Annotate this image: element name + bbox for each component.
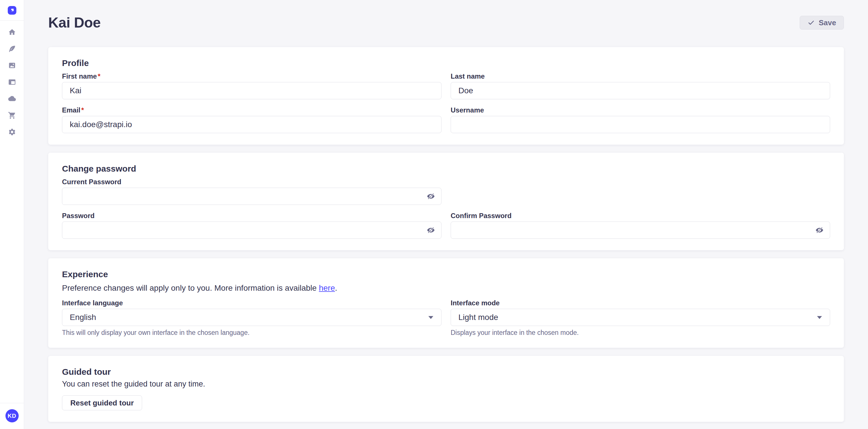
password-label: Password xyxy=(62,212,94,219)
eye-slash-icon xyxy=(427,192,435,201)
confirm-password-input[interactable] xyxy=(451,222,830,239)
first-name-input[interactable] xyxy=(62,82,441,99)
required-marker: * xyxy=(98,72,100,80)
reset-guided-tour-button[interactable]: Reset guided tour xyxy=(62,395,142,410)
eye-slash-icon xyxy=(815,226,824,234)
username-field-group: Username xyxy=(451,107,830,133)
toggle-password-visibility-button[interactable] xyxy=(815,226,824,234)
interface-mode-select[interactable]: Light mode xyxy=(451,309,830,326)
first-name-label: First name* xyxy=(62,73,100,80)
last-name-label: Last name xyxy=(451,73,485,80)
profile-card: Profile First name* Last name Email* xyxy=(48,47,844,144)
home-icon[interactable] xyxy=(8,28,16,36)
interface-language-select[interactable]: English xyxy=(62,309,441,326)
guided-tour-card: Guided tour You can reset the guided tou… xyxy=(48,356,844,422)
current-password-field-group: Current Password xyxy=(62,178,441,205)
interface-mode-value: Light mode xyxy=(458,313,498,322)
chevron-down-icon xyxy=(817,316,823,319)
interface-mode-field-group: Interface mode Light mode Displays your … xyxy=(451,300,830,336)
confirm-password-field-group: Confirm Password xyxy=(451,212,830,239)
change-password-heading: Change password xyxy=(62,164,830,174)
sidebar: KD xyxy=(0,0,24,429)
email-label: Email* xyxy=(62,107,84,113)
main-content: Kai Doe Save Profile First name* Last na… xyxy=(24,0,868,429)
username-input[interactable] xyxy=(451,116,830,133)
here-link[interactable]: here xyxy=(319,284,335,292)
last-name-field-group: Last name xyxy=(451,73,830,99)
current-password-label: Current Password xyxy=(62,178,121,186)
logo-box xyxy=(0,0,24,21)
save-button[interactable]: Save xyxy=(800,16,844,30)
interface-language-value: English xyxy=(70,313,96,322)
page-header: Kai Doe Save xyxy=(48,0,844,31)
interface-mode-hint: Displays your interface in the chosen mo… xyxy=(451,329,830,336)
first-name-field-group: First name* xyxy=(62,73,441,99)
strapi-logo-icon[interactable] xyxy=(8,6,17,14)
interface-language-field-group: Interface language English This will onl… xyxy=(62,300,441,336)
current-password-input[interactable] xyxy=(62,188,441,205)
guided-tour-description: You can reset the guided tour at any tim… xyxy=(62,380,830,389)
cloud-icon[interactable] xyxy=(8,95,16,103)
interface-mode-label: Interface mode xyxy=(451,300,500,306)
sidebar-nav xyxy=(8,21,16,136)
page-title: Kai Doe xyxy=(48,14,101,31)
guided-tour-heading: Guided tour xyxy=(62,367,830,377)
save-button-label: Save xyxy=(818,19,836,27)
experience-heading: Experience xyxy=(62,269,830,279)
eye-slash-icon xyxy=(427,226,435,234)
interface-language-label: Interface language xyxy=(62,300,123,306)
last-name-input[interactable] xyxy=(451,82,830,99)
sidebar-bottom: KD xyxy=(0,403,24,429)
chevron-down-icon xyxy=(428,316,434,319)
interface-language-hint: This will only display your own interfac… xyxy=(62,329,441,336)
toggle-password-visibility-button[interactable] xyxy=(427,226,435,234)
experience-description: Preference changes will apply only to yo… xyxy=(62,284,830,293)
username-label: Username xyxy=(451,107,484,113)
change-password-card: Change password Current Password xyxy=(48,153,844,250)
email-field-group: Email* xyxy=(62,107,441,133)
email-input[interactable] xyxy=(62,116,441,133)
experience-card: Experience Preference changes will apply… xyxy=(48,258,844,348)
confirm-password-label: Confirm Password xyxy=(451,212,512,219)
password-field-group: Password xyxy=(62,212,441,239)
content-feather-icon[interactable] xyxy=(8,45,16,53)
required-marker: * xyxy=(81,106,84,114)
toggle-password-visibility-button[interactable] xyxy=(427,192,435,201)
password-input[interactable] xyxy=(62,222,441,239)
marketplace-cart-icon[interactable] xyxy=(8,111,16,120)
settings-gear-icon[interactable] xyxy=(8,128,16,136)
media-library-icon[interactable] xyxy=(8,61,16,69)
user-avatar[interactable]: KD xyxy=(5,409,19,422)
check-icon xyxy=(807,19,815,26)
content-type-builder-icon[interactable] xyxy=(8,78,16,86)
profile-heading: Profile xyxy=(62,58,830,68)
